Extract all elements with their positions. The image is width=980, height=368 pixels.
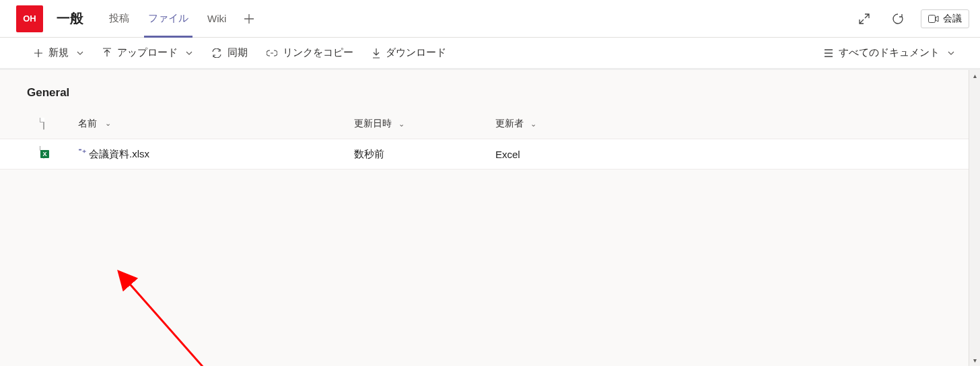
upload-icon [102, 48, 112, 59]
meet-button[interactable]: 会議 [921, 9, 969, 28]
files-command-bar: 新規 アップロード 同期 リンクをコピー ダウンロード すべてのドキュメント [0, 38, 980, 70]
channel-tabs: 投稿 ファイル Wiki [100, 0, 262, 37]
cmd-label: 新規 [48, 46, 69, 59]
download-icon [372, 48, 380, 59]
column-header-type[interactable] [43, 118, 78, 129]
column-label: 名前 [78, 118, 97, 130]
cmd-label: リンクをコピー [283, 46, 353, 59]
file-type-cell: X [43, 147, 78, 161]
chevron-down-icon [77, 51, 83, 55]
file-name-cell[interactable]: ⁃₊ 会議資料.xlsx [78, 148, 354, 161]
link-icon [267, 50, 277, 57]
list-icon [824, 49, 833, 57]
expand-icon [859, 13, 870, 24]
tab-wiki[interactable]: Wiki [198, 0, 236, 37]
sync-icon [211, 48, 222, 58]
channel-name: 一般 [57, 9, 83, 28]
chevron-down-icon: ⌄ [398, 120, 405, 128]
new-item-badge: ⁃₊ [78, 145, 86, 155]
file-list: 名前 ⌄ 更新日時 ⌄ 更新者 ⌄ X [0, 108, 980, 170]
plus-icon [34, 48, 43, 58]
tab-files[interactable]: ファイル [139, 0, 198, 37]
cmd-label: 同期 [228, 46, 248, 59]
add-tab-button[interactable] [236, 13, 262, 24]
cmd-label: ダウンロード [386, 46, 446, 59]
upload-button[interactable]: アップロード [93, 38, 202, 68]
scroll-down-arrow[interactable]: ▾ [969, 355, 980, 366]
column-label: 更新日時 [354, 118, 392, 128]
column-header-modified-by[interactable]: 更新者 ⌄ [495, 118, 670, 130]
excel-file-icon: X [43, 147, 55, 161]
video-icon [928, 15, 939, 23]
files-pane: General 名前 ⌄ 更新日時 ⌄ 更新者 ⌄ [0, 70, 980, 366]
column-label: 更新者 [495, 118, 524, 128]
tab-label: 投稿 [109, 12, 129, 25]
folder-title: General [0, 70, 980, 108]
chevron-down-icon [948, 51, 954, 55]
file-row[interactable]: X ⁃₊ 会議資料.xlsx 数秒前 Excel [0, 139, 980, 170]
header-actions: 会議 [853, 8, 969, 30]
cmd-label: アップロード [117, 46, 178, 59]
refresh-button[interactable] [887, 8, 909, 30]
chevron-down-icon [186, 51, 193, 55]
team-avatar[interactable]: OH [16, 5, 43, 32]
chevron-down-icon: ⌄ [530, 120, 536, 128]
tab-label: ファイル [148, 12, 188, 25]
scrollbar[interactable]: ▴ ▾ [969, 70, 980, 366]
meet-label: 会議 [943, 13, 962, 25]
annotation-arrow [108, 262, 242, 366]
plus-icon [244, 13, 254, 24]
file-list-header: 名前 ⌄ 更新日時 ⌄ 更新者 ⌄ [0, 108, 980, 139]
refresh-icon [892, 13, 904, 25]
expand-button[interactable] [853, 8, 875, 30]
tab-posts[interactable]: 投稿 [100, 0, 139, 37]
sync-button[interactable]: 同期 [202, 38, 257, 68]
svg-line-1 [128, 282, 229, 366]
file-name: 会議資料.xlsx [89, 148, 149, 161]
column-header-name[interactable]: 名前 ⌄ [78, 118, 354, 130]
channel-header: OH 一般 投稿 ファイル Wiki 会議 [0, 0, 980, 38]
svg-rect-0 [929, 15, 936, 22]
file-modified-by-cell: Excel [495, 149, 670, 160]
view-switcher[interactable]: すべてのドキュメント [814, 46, 964, 59]
copy-link-button[interactable]: リンクをコピー [257, 38, 363, 68]
download-button[interactable]: ダウンロード [363, 38, 456, 68]
file-icon [43, 118, 44, 129]
scroll-up-arrow[interactable]: ▴ [969, 70, 980, 81]
file-modified-cell: 数秒前 [354, 148, 495, 161]
tab-label: Wiki [207, 13, 226, 24]
column-header-modified[interactable]: 更新日時 ⌄ [354, 118, 495, 130]
new-button[interactable]: 新規 [24, 38, 93, 68]
cmd-label: すべてのドキュメント [839, 46, 940, 59]
chevron-down-icon: ⌄ [105, 119, 111, 128]
